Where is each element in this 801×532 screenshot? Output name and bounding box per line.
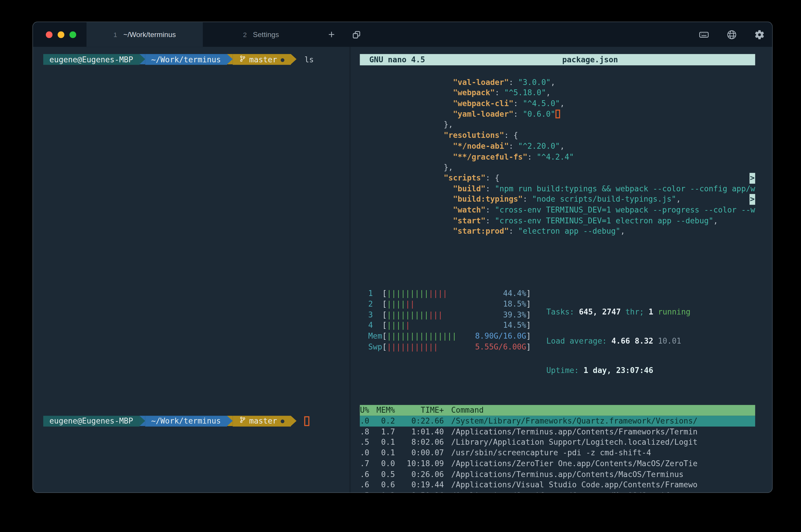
file-item: terminus-core [43,273,350,284]
file-item: terminus-community-color-schemes [43,262,350,273]
terminal-pane[interactable]: eugene@Eugenes-MBP ~/Work/terminus maste… [33,47,351,493]
process-row: .7 0.0 10:18.09 /Applications/ZeroTier O… [360,458,755,469]
file-item: README.md [43,98,350,109]
prompt-user-segment: eugene@Eugenes-MBP [43,416,139,426]
json-value: "electron app --debug" [518,227,620,236]
tab[interactable]: 2 Settings [203,22,319,47]
zoom-button[interactable] [69,31,76,38]
nano-line: "build:typings": "node scripts/build-typ… [360,184,755,194]
file-item: terminus-terminal [43,328,350,339]
tab-bar: 1 ~/Work/terminus 2 Settings [87,22,319,47]
file-item: terminus-plugin-manager [43,284,350,295]
prompt-git-segment: master ● [232,54,291,65]
nano-header: GNU nano 4.5 package.json [360,54,755,65]
nano-line: "resolutions": { [360,120,755,130]
process-row: .8 1.7 1:01.40 /Applications/Terminus.ap… [360,426,755,437]
new-tab-button[interactable] [319,22,344,47]
meter-row: 2 [||||||18.5%] [368,299,531,309]
nano-line: "webpack": "^5.18.0", [360,77,755,88]
nano-filename: package.json [425,54,756,65]
file-item: node_modules [43,196,350,207]
nano-version: GNU nano 4.5 [360,54,425,65]
prompt-user-segment: eugene@Eugenes-MBP [43,54,139,65]
file-item: sentry.properties [43,241,350,251]
nano-shortcut: ^TTo Spell [676,246,755,256]
file-item: build [43,142,350,153]
nano-line: "*/node-abi": "^2.20.0", [360,130,755,141]
meter-row: Swp[|||||||||||5.55G/6.00G] [368,342,531,352]
prompt-git-segment: master ● [232,416,291,426]
cpu-memory-meters: 1 [|||||||||||||44.4%] 2 [||||||18.5%] 3… [360,288,531,395]
uptime-line: Uptime: 1 day, 23:07:46 [546,365,690,376]
nano-line: "watch": "cross-env TERMINUS_DEV=1 webpa… [360,194,755,205]
git-branch-name: master [249,55,277,64]
gear-icon[interactable] [754,29,765,40]
file-item: yarn.lock [43,405,350,416]
file-item: sentry-symbols.js [43,229,350,240]
globe-icon[interactable] [726,29,737,40]
file-item: scripts [43,218,350,229]
file-item: builtin-plugins [43,153,350,164]
nano-shortcut: ^RRead File [439,246,518,256]
file-item: yarn-error.log [43,394,350,405]
json-key: "start:prod" [453,227,509,236]
file-item: electron-builder.yml [43,175,350,186]
meter-row: Mem[|||||||||||||||8.90G/16.0G] [368,331,531,342]
typed-command: ls [304,54,314,65]
right-split-pane[interactable]: GNU nano 4.5 package.json "val-loader": … [351,47,772,493]
file-item: docs [43,164,350,175]
nano-line: "yaml-loader": "0.6.0" [360,98,755,109]
nano-line: "webpack-cli": "^4.5.0", [360,88,755,98]
file-item: terminus-settings [43,306,350,317]
tab-index: 1 [113,31,117,38]
prompt-user: eugene@Eugenes-MBP [50,55,133,64]
nano-shortcut: ^JJustify [676,235,755,246]
process-table: U% MEM% TIME+ Command .0 0.2 0:22.66 [360,405,755,493]
process-row: .6 0.6 0:19.44 /Applications/Visual Stud… [360,480,755,490]
nano-pane[interactable]: GNU nano 4.5 package.json "val-loader": … [360,54,755,256]
process-row: .0 0.2 0:22.66 /System/Library/Framework… [360,416,755,426]
meter-row: 1 [|||||||||||||44.4%] [368,288,531,299]
process-table-header: U% MEM% TIME+ Command [360,405,755,416]
nano-line: "start:prod": "electron app --debug", [360,215,755,226]
titlebar[interactable]: 1 ~/Work/terminus 2 Settings [33,22,772,47]
powerline-arrow [291,54,297,64]
plus-icon [327,30,336,39]
file-item: LICENSE [43,87,350,98]
tab-title: Settings [253,30,279,38]
nano-line: }, [360,109,755,120]
process-row: .0 0.1 0:00.07 /usr/sbin/screencapture -… [360,448,755,458]
duplicate-tab-icon [351,30,361,39]
file-item: app [43,120,350,131]
powerline-arrow [291,416,297,426]
prompt-path-segment: ~/Work/terminus [145,54,227,65]
line-truncated-marker: > [749,194,755,205]
powerline-arrow [227,416,232,426]
duplicate-tab-button[interactable] [344,22,369,47]
keyboard-icon[interactable] [699,29,710,40]
tab-title: ~/Work/terminus [123,30,176,38]
file-item: terminus-uac [43,339,350,350]
file-item: terminus-ssh [43,317,350,328]
nano-line: "build": "npm run build:typings && webpa… [360,173,755,184]
git-branch-icon [239,417,245,426]
traffic-lights [33,22,87,47]
prompt-line: eugene@Eugenes-MBP ~/Work/terminus maste… [43,54,350,65]
nano-line: "val-loader": "3.0.0", [360,66,755,77]
htop-pane[interactable]: 1 [|||||||||||||44.4%] 2 [||||||18.5%] 3… [360,288,755,493]
tab[interactable]: 1 ~/Work/terminus [87,22,203,47]
file-item: extras [43,186,350,196]
minimize-button[interactable] [58,31,64,38]
file-item: tsconfig.json [43,350,350,361]
powerline-arrow [139,54,145,64]
powerline-arrow [139,416,145,426]
file-item: appveyor.yml [43,131,350,142]
meter-row: 4 [|||||14.5%] [368,320,531,331]
load-average-line: Load average: 4.66 8.32 10.01 [546,336,690,346]
git-dirty-dot: ● [281,418,284,425]
process-row: .5 0.3 8:59.26 /Applications/Spotify.app… [360,490,755,493]
close-button[interactable] [46,31,53,38]
file-item: HACKING.md [43,76,350,87]
git-branch-name: master [249,417,277,426]
git-branch-icon [239,55,245,64]
